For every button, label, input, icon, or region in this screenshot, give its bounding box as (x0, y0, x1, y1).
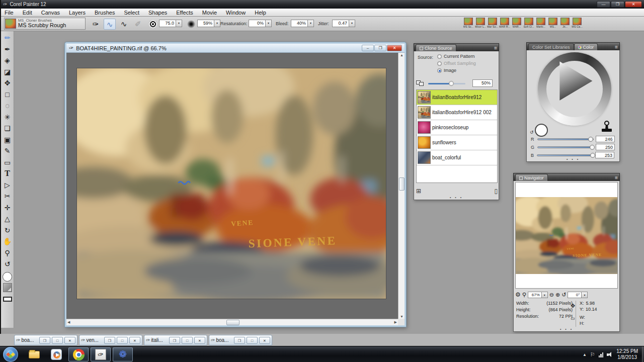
opacity-value[interactable]: 59% (197, 20, 214, 27)
taskbar-painter-button[interactable]: ✑ (91, 347, 111, 361)
maximize-window-button[interactable]: □ (52, 337, 63, 344)
menu-movie[interactable]: Movie (198, 9, 221, 17)
paper-selector-swatch[interactable] (3, 283, 12, 292)
menu-file[interactable]: File (0, 9, 18, 17)
menu-window[interactable]: Window (221, 9, 250, 17)
shape-selection-tool-icon[interactable]: ▷ (2, 179, 14, 191)
scroll-left-icon[interactable]: ◀ (67, 320, 70, 324)
red-slider[interactable] (537, 138, 594, 140)
rectangular-shape-tool-icon[interactable]: ▭ (2, 157, 14, 168)
clone-source-menu-icon[interactable]: ≡ (494, 45, 497, 51)
recent-brush-item[interactable]: Jit... (559, 18, 571, 30)
maximize-window-button[interactable]: □ (247, 337, 258, 344)
menu-edit[interactable]: Edit (18, 9, 37, 17)
embedded-source-icon[interactable]: ▯ (494, 188, 498, 195)
navigator-rotation-field[interactable]: 0° (568, 292, 588, 298)
navigator-zoom-field[interactable]: 67% (528, 292, 548, 298)
horizontal-scroll-thumb[interactable] (226, 320, 239, 325)
menu-shapes[interactable]: Shapes (144, 9, 172, 17)
radio-icon[interactable] (437, 54, 442, 59)
clone-stroke-active-icon[interactable]: ∿ (104, 19, 116, 30)
vertical-scrollbar[interactable]: ▲ ▼ (398, 53, 405, 319)
close-window-button[interactable]: ✕ (129, 337, 140, 344)
start-button[interactable] (3, 347, 18, 362)
brush-ghost-icon[interactable]: ✐ (132, 19, 144, 30)
close-window-button[interactable]: ✕ (259, 337, 270, 344)
eraser-tool-icon[interactable]: ◪ (2, 66, 14, 78)
scroll-down-icon[interactable]: ▼ (400, 315, 404, 318)
maximize-window-button[interactable]: □ (117, 337, 128, 344)
radio-icon[interactable] (437, 68, 442, 73)
painting-canvas[interactable] (77, 68, 386, 299)
navigator-thumbnail[interactable] (516, 197, 618, 274)
color-panel-menu-icon[interactable]: ≡ (615, 44, 618, 50)
grabber-tool-icon[interactable]: ✋ (2, 236, 14, 247)
document-minimize-button[interactable]: – (362, 45, 374, 51)
layer-adjuster-tool-icon[interactable]: ✥ (2, 77, 14, 89)
scissors-tool-icon[interactable]: ✂ (2, 191, 14, 202)
zoom-dropdown-icon[interactable] (542, 292, 548, 298)
radio-icon[interactable] (437, 61, 442, 66)
color-panel-tabbar[interactable]: Color Set Libraries Color ≡ (526, 42, 620, 50)
app-minimize-button[interactable]: — (597, 1, 610, 8)
scroll-up-icon[interactable]: ▲ (400, 53, 404, 57)
current-color-swatch[interactable] (535, 124, 548, 137)
menu-select[interactable]: Select (119, 9, 144, 17)
source-option-image[interactable]: Image (437, 68, 456, 73)
rectangular-selection-tool-icon[interactable]: □ (2, 89, 14, 101)
clone-source-tabbar[interactable]: Clone Source ≡ (414, 43, 499, 51)
opacity-slider-thumb[interactable] (449, 81, 454, 86)
navigator-zoom-value[interactable]: 67% (528, 292, 542, 298)
green-slider[interactable] (537, 146, 594, 148)
pen-tool-icon[interactable]: ✎ (2, 145, 14, 157)
zoom-in-icon[interactable]: ⊕ (555, 292, 560, 298)
bleed-dropdown-icon[interactable] (308, 20, 314, 27)
menu-help[interactable]: Help (250, 9, 271, 17)
toolbox-panel-toggle[interactable] (3, 297, 12, 302)
color-set-libraries-tab[interactable]: Color Set Libraries (528, 43, 574, 50)
menu-canvas[interactable]: Canvas (37, 9, 64, 17)
red-slider-thumb[interactable] (588, 137, 593, 142)
taskbar-chrome-button[interactable] (68, 347, 89, 361)
taskbar-media-player-button[interactable] (46, 347, 66, 361)
navigator-settings-icon[interactable]: ⚙ (515, 291, 521, 298)
document-titlebar[interactable]: ✑ BOAT4HIRE_PAINTING.rif @ 66.7% – ❐ ✕ (66, 44, 405, 53)
maximize-window-button[interactable]: □ (182, 337, 193, 344)
red-value[interactable]: 246 (596, 136, 615, 142)
vertical-scroll-thumb[interactable] (399, 177, 405, 191)
brush-tool-icon[interactable]: ✏ (2, 32, 14, 44)
rotate-page-tool-icon[interactable]: ↻ (2, 225, 14, 236)
brush-size-dropdown-icon[interactable] (176, 20, 182, 27)
selection-adjuster-tool-icon[interactable]: ❏ (2, 123, 14, 134)
resize-grip-dots[interactable] (414, 196, 499, 199)
show-desktop-button[interactable] (642, 346, 644, 362)
blue-slider[interactable] (537, 154, 593, 156)
clone-source-item[interactable]: pinkrosecloseup (417, 120, 497, 135)
navigator-magnifier-icon[interactable]: ⚲ (522, 292, 526, 298)
navigator-tabbar[interactable]: Navigator ≡ (513, 173, 620, 181)
jitter-field[interactable]: 0.47 (332, 20, 355, 27)
source-opacity-field[interactable]: 50% (472, 79, 493, 87)
close-window-button[interactable]: ✕ (194, 337, 205, 344)
app-titlebar[interactable]: ✑ Corel Painter 12 — ❐ ✕ (0, 0, 644, 9)
source-option-current-pattern[interactable]: Current Pattern (437, 54, 475, 59)
menu-brushes[interactable]: Brushes (90, 9, 119, 17)
navigator-rotation-value[interactable]: 0° (568, 292, 582, 298)
recent-brush-item[interactable]: MS... (547, 18, 558, 30)
bleed-value[interactable]: 40% (291, 20, 308, 27)
restore-window-button[interactable]: ❐ (39, 337, 50, 344)
minimized-document[interactable]: ✑ itali... ❐ □ ✕ (144, 335, 207, 345)
green-slider-thumb[interactable] (590, 145, 595, 150)
clone-color-stamp-icon[interactable] (601, 121, 612, 134)
brush-selector[interactable]: MS_Cloner Brushes MS Scrubby Rough (4, 18, 86, 30)
bleed-field[interactable]: 40% (291, 20, 314, 27)
recent-brush-item[interactable]: Mar So... (487, 18, 498, 30)
source-opacity-value[interactable]: 50% (472, 79, 493, 87)
rotate-view-icon[interactable]: ↺ (561, 292, 566, 298)
recent-brush-item[interactable]: Soft Cl... (523, 18, 534, 30)
magic-wand-tool-icon[interactable]: ✳ (2, 112, 14, 123)
clone-source-item[interactable]: boat_colorful (417, 150, 497, 165)
brush-size-value[interactable]: 75.0 (159, 20, 176, 27)
clone-source-item[interactable]: italianBoatsforHire912 002 (417, 105, 497, 120)
opacity-field[interactable]: 59% (197, 20, 220, 27)
